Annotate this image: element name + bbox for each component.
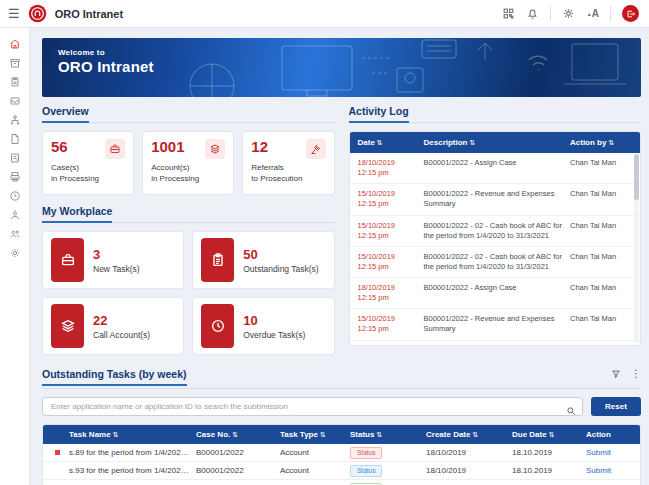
accounts-label: Account(s)in Processing xyxy=(151,163,225,185)
outstanding-tasks-card[interactable]: 50 Outstanding Task(s) xyxy=(192,231,334,289)
call-accounts-count: 22 xyxy=(93,313,150,328)
task-row[interactable]: s.93 for the period from 1/4/2020 to 31/… xyxy=(43,462,640,480)
logout-icon[interactable] xyxy=(622,5,639,22)
task-name: s.89 for the period from 1/4/2020 to 31/… xyxy=(69,448,192,457)
activity-log-row[interactable]: 15/10/201912:15 pm B00001/2022 - Revenue… xyxy=(350,184,641,215)
referrals-count: 12 xyxy=(251,139,268,156)
activity-description: B00001/2022 - 02 - Cash book of ABC for … xyxy=(424,346,565,347)
task-name: s.93 for the period from 1/4/2020 to 31/… xyxy=(69,466,192,475)
sidebar-item-documents-icon[interactable] xyxy=(5,132,24,145)
sidebar-item-history-icon[interactable] xyxy=(5,189,24,202)
column-action-by[interactable]: Action by xyxy=(570,138,632,147)
app-logo xyxy=(28,4,47,23)
search-icon[interactable] xyxy=(566,402,576,412)
overdue-tasks-card[interactable]: 10 Overdue Task(s) xyxy=(192,297,334,355)
activity-log-row[interactable]: 15/10/201912:15 pm B00001/2022 - 02 - Ca… xyxy=(350,216,641,247)
sidebar-item-home-icon[interactable] xyxy=(5,37,24,50)
sidebar-item-tasks-icon[interactable] xyxy=(5,75,24,88)
task-case-no: B00001/2022 xyxy=(196,466,276,475)
accounts-in-processing-card[interactable]: 1001 Account(s)in Processing xyxy=(142,131,234,195)
sidebar-item-reports-icon[interactable] xyxy=(5,170,24,183)
workplace-cards: 3 New Task(s) 50 Outstanding Task(s) xyxy=(42,231,335,355)
activity-description: B00001/2022 - 02 - Cash book of ABC for … xyxy=(424,221,565,241)
sidebar-item-mailbox-icon[interactable] xyxy=(5,94,24,107)
activity-log-title: Activity Log xyxy=(349,105,409,117)
tasks-rows: s.89 for the period from 1/4/2020 to 31/… xyxy=(43,444,640,485)
new-tasks-card[interactable]: 3 New Task(s) xyxy=(42,231,184,289)
divider xyxy=(610,6,611,21)
activity-date: 15/10/201912:15 pm xyxy=(358,314,418,334)
search-input[interactable] xyxy=(51,402,558,411)
activity-log-row[interactable]: 18/10/201912:15 pm B00001/2022 - Assign … xyxy=(350,278,641,309)
cases-count: 56 xyxy=(51,139,68,156)
new-tasks-count: 3 xyxy=(93,247,140,262)
activity-date: 15/10/201912:15 pm xyxy=(358,346,418,347)
app-title: ORO Intranet xyxy=(55,8,123,20)
column-task-type[interactable]: Task Type xyxy=(280,430,346,439)
task-type: Account xyxy=(280,466,346,475)
gavel-icon xyxy=(306,139,326,159)
activity-log-row[interactable]: 15/10/201912:15 pm B00001/2022 - Revenue… xyxy=(350,309,641,340)
sidebar-item-settings-icon[interactable] xyxy=(5,246,24,259)
column-create-date[interactable]: Create Date xyxy=(426,430,508,439)
notifications-bell-icon[interactable] xyxy=(526,7,539,20)
activity-log-row[interactable]: 15/10/201912:15 pm B00001/2022 - 02 - Ca… xyxy=(350,341,641,347)
activity-date: 18/10/201912:15 pm xyxy=(358,158,418,178)
column-action: Action xyxy=(586,430,634,439)
cases-label: Case(s)in Processing xyxy=(51,163,125,185)
activity-log-row[interactable]: 15/10/201912:15 pm B00001/2022 - 02 - Ca… xyxy=(350,247,641,278)
welcome-banner: Welcome to ORO Intranet xyxy=(42,38,641,97)
reset-button[interactable]: Reset xyxy=(591,397,641,416)
hamburger-menu-icon[interactable]: ☰ xyxy=(8,7,20,20)
column-description[interactable]: Description xyxy=(424,138,565,147)
activity-date: 15/10/201912:15 pm xyxy=(358,221,418,241)
activity-action-by: Chan Tai Man xyxy=(570,314,632,334)
submit-link[interactable]: Submit xyxy=(586,466,634,475)
column-case-no[interactable]: Case No. xyxy=(196,430,276,439)
column-due-date[interactable]: Due Date xyxy=(512,430,582,439)
settings-gear-icon[interactable] xyxy=(562,7,575,20)
overdue-tasks-count: 10 xyxy=(243,313,305,328)
sidebar-item-users-icon[interactable] xyxy=(5,227,24,240)
filter-funnel-icon[interactable] xyxy=(611,365,621,383)
kebab-menu-icon[interactable]: ⋮ xyxy=(631,369,641,379)
activity-log-rows: 18/10/201912:15 pm B00001/2022 - Assign … xyxy=(350,153,641,346)
briefcase-icon xyxy=(51,238,84,282)
outstanding-tasks-count: 50 xyxy=(243,247,318,262)
clock-icon xyxy=(201,304,234,348)
overview-section-header: Overview xyxy=(42,105,335,123)
cases-in-processing-card[interactable]: 56 Case(s)in Processing xyxy=(42,131,134,195)
sidebar-item-organization-icon[interactable] xyxy=(5,113,24,126)
column-status[interactable]: Status xyxy=(350,430,422,439)
layers-icon xyxy=(205,139,225,159)
task-due-date: 18.10.2019 xyxy=(512,466,582,475)
outstanding-tasks-label: Outstanding Task(s) xyxy=(243,264,318,274)
task-row[interactable]: s.93 for the period from 1/4/2020 to 31/… xyxy=(43,480,640,485)
outstanding-tasks-section: Outstanding Tasks (by week) ⋮ Reset Task… xyxy=(42,365,641,485)
status-badge: Status xyxy=(350,447,382,459)
submit-link[interactable]: Submit xyxy=(586,448,634,457)
sidebar-item-ledger-icon[interactable] xyxy=(5,151,24,164)
column-date[interactable]: Date xyxy=(358,138,418,147)
task-create-date: 18/10/2019 xyxy=(426,448,508,457)
sidebar-item-archive-icon[interactable] xyxy=(5,56,24,69)
tasks-search-row: Reset xyxy=(42,397,641,416)
overview-cards: 56 Case(s)in Processing 1001 xyxy=(42,131,335,195)
apps-grid-icon[interactable] xyxy=(502,7,515,20)
activity-date: 18/10/201912:15 pm xyxy=(358,283,418,303)
referrals-card[interactable]: 12 Referralsto Prosecution xyxy=(242,131,334,195)
call-accounts-card[interactable]: 22 Call Account(s) xyxy=(42,297,184,355)
column-task-name[interactable]: Task Name xyxy=(69,430,192,439)
briefcase-icon xyxy=(105,139,125,159)
task-row[interactable]: s.89 for the period from 1/4/2020 to 31/… xyxy=(43,444,640,462)
font-size-icon[interactable]: ▲ xyxy=(586,8,599,19)
tasks-table: Task Name Case No. Task Type Status Crea… xyxy=(42,424,641,485)
activity-log-scrollbar-thumb[interactable] xyxy=(634,154,639,200)
activity-description: B00001/2022 - Assign Case xyxy=(424,158,565,178)
task-case-no: B00001/2022 xyxy=(196,448,276,457)
sidebar-item-user-role-icon[interactable] xyxy=(5,208,24,221)
activity-log-scrollbar xyxy=(634,154,639,343)
activity-description: B00001/2022 - 02 - Cash book of ABC for … xyxy=(424,252,565,272)
tasks-header-row: Task Name Case No. Task Type Status Crea… xyxy=(43,425,640,444)
activity-log-row[interactable]: 18/10/201912:15 pm B00001/2022 - Assign … xyxy=(350,153,641,184)
